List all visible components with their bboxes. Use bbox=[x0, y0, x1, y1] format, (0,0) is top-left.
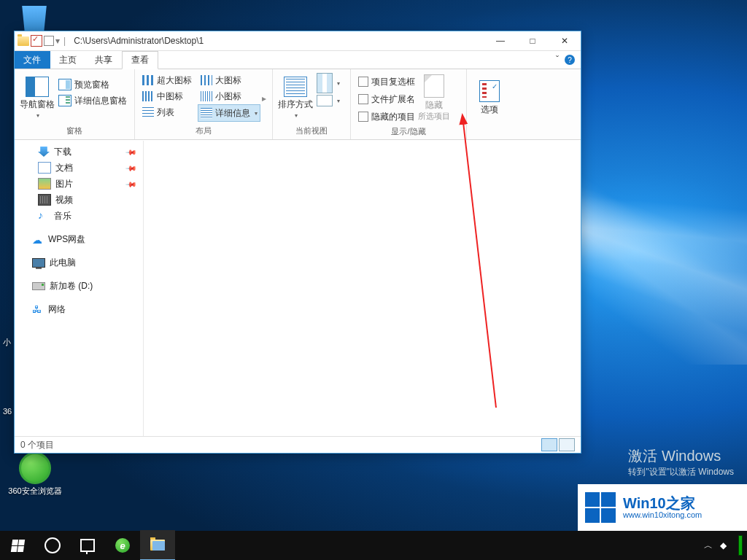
activation-title: 激活 Windows bbox=[628, 446, 734, 466]
details-pane-label: 详细信息窗格 bbox=[74, 95, 127, 107]
sidebar-item-documents[interactable]: 文档📌 bbox=[15, 160, 143, 176]
options-button[interactable]: 选项 bbox=[471, 72, 508, 123]
help-button[interactable]: ? bbox=[565, 55, 575, 65]
system-tray[interactable]: ︿ ◆ bbox=[704, 535, 747, 556]
checkbox-icon bbox=[358, 77, 368, 87]
activation-watermark: 激活 Windows 转到"设置"以激活 Windows bbox=[628, 446, 734, 478]
preview-pane-button[interactable]: 预览窗格 bbox=[55, 77, 130, 93]
tab-share[interactable]: 共享 bbox=[86, 51, 122, 69]
sidebar-item-videos[interactable]: 视频 bbox=[15, 192, 143, 208]
ribbon: 导航窗格 ▾ 预览窗格 详细信息窗格 窗格 超大图标 中图标 列表 bbox=[15, 69, 581, 140]
cortana-button[interactable] bbox=[35, 531, 70, 560]
music-icon: ♪ bbox=[38, 211, 50, 221]
add-columns-button[interactable]: ▾ bbox=[314, 75, 343, 91]
sidebar-item-label: 音乐 bbox=[54, 210, 71, 222]
item-checkboxes-toggle[interactable]: 项目复选框 bbox=[355, 74, 418, 90]
separator: | bbox=[63, 36, 66, 46]
network-icon: 🖧 bbox=[32, 304, 44, 314]
layout-m-label: 中图标 bbox=[157, 90, 183, 103]
status-view-details[interactable] bbox=[541, 438, 557, 451]
pin-icon: 📌 bbox=[125, 178, 137, 190]
hidden-items-toggle[interactable]: 隐藏的项目 bbox=[355, 109, 418, 125]
file-ext-label: 文件扩展名 bbox=[371, 93, 415, 106]
nav-pane-button[interactable]: 导航窗格 ▾ bbox=[19, 72, 55, 123]
sidebar-item-wps[interactable]: ☁WPS网盘 bbox=[15, 231, 143, 247]
address-path[interactable]: C:\Users\Administrator\Desktop\1 bbox=[74, 36, 204, 46]
sidebar-item-thispc[interactable]: 此电脑 bbox=[15, 254, 143, 271]
columns-icon bbox=[317, 73, 333, 93]
nav-pane-label: 导航窗格 bbox=[20, 98, 55, 111]
chevron-down-icon: ▾ bbox=[295, 112, 298, 119]
layout-more-button[interactable]: ▸ bbox=[260, 93, 268, 104]
folder-icon bbox=[150, 540, 165, 551]
cloud-icon: ☁ bbox=[32, 234, 44, 244]
tab-home[interactable]: 主页 bbox=[50, 51, 86, 69]
desktop-label-2: 36 bbox=[3, 407, 12, 416]
layout-l-button[interactable]: 大图标 bbox=[198, 72, 260, 88]
maximize-button[interactable]: □ bbox=[516, 31, 549, 50]
minimize-button[interactable]: — bbox=[484, 31, 516, 50]
sort-by-button[interactable]: 排序方式 ▾ bbox=[277, 72, 314, 123]
ribbon-collapse-button[interactable]: ˇ bbox=[556, 55, 559, 65]
ie-icon bbox=[115, 538, 130, 553]
details-icon bbox=[201, 108, 212, 118]
pictures-icon bbox=[38, 178, 51, 190]
sidebar-item-downloads[interactable]: 下载📌 bbox=[15, 144, 143, 160]
qat-newfolder-icon[interactable] bbox=[44, 36, 54, 46]
drive-icon bbox=[32, 282, 45, 290]
size-columns-button[interactable]: ▾ bbox=[314, 93, 343, 109]
battery-meter-icon bbox=[738, 535, 743, 556]
m-icons-icon bbox=[142, 91, 154, 101]
qat-dropdown-icon[interactable]: ▾ bbox=[55, 36, 60, 46]
desktop-label-1: 小 bbox=[3, 337, 11, 348]
layout-details-button[interactable]: 详细信息▾ bbox=[198, 104, 260, 122]
sidebar-item-label: 下载 bbox=[54, 146, 71, 158]
layout-m-button[interactable]: 中图标 bbox=[139, 88, 198, 104]
checkbox-icon bbox=[358, 94, 368, 104]
status-view-thumbs[interactable] bbox=[559, 438, 575, 451]
sidebar-item-label: 网络 bbox=[48, 303, 66, 316]
layout-det-label: 详细信息 bbox=[215, 107, 250, 120]
sidebar-item-network[interactable]: 🖧网络 bbox=[15, 301, 143, 317]
qat-properties-icon[interactable] bbox=[31, 35, 42, 47]
tab-file[interactable]: 文件 bbox=[15, 51, 50, 69]
status-bar: 0 个项目 bbox=[15, 436, 581, 453]
layout-xl-button[interactable]: 超大图标 bbox=[139, 72, 198, 88]
taskview-icon bbox=[80, 539, 95, 552]
taskbar-ie-button[interactable] bbox=[105, 531, 140, 560]
tray-overflow-button[interactable]: ︿ bbox=[704, 540, 713, 552]
desktop-icon-360browser[interactable]: 360安全浏览器 bbox=[6, 452, 64, 497]
close-button[interactable]: ✕ bbox=[549, 31, 581, 50]
nav-pane-icon bbox=[26, 77, 49, 97]
pin-icon: 📌 bbox=[125, 146, 137, 158]
start-button[interactable] bbox=[0, 531, 35, 560]
taskbar-explorer-button[interactable] bbox=[140, 530, 175, 560]
ribbon-tabs: 文件 主页 共享 查看 ˇ ? bbox=[15, 51, 581, 69]
hide-selected-button[interactable]: 隐藏 所选项目 bbox=[418, 72, 450, 123]
this-pc-icon bbox=[32, 258, 45, 268]
layout-list-button[interactable]: 列表 bbox=[139, 104, 198, 120]
desktop: 小 36 360安全浏览器 ▾ | C:\Users\Administrator… bbox=[0, 0, 747, 560]
group-caption-panes: 窗格 bbox=[19, 124, 130, 138]
sidebar-item-pictures[interactable]: 图片📌 bbox=[15, 176, 143, 192]
nav-sidebar[interactable]: 下载📌 文档📌 图片📌 视频 ♪音乐 ☁WPS网盘 此电脑 新加卷 (D:) 🖧… bbox=[15, 141, 144, 437]
taskview-button[interactable] bbox=[70, 531, 105, 560]
sidebar-item-label: WPS网盘 bbox=[48, 233, 85, 246]
sidebar-item-label: 视频 bbox=[55, 194, 73, 206]
tray-notifications-button[interactable]: ◆ bbox=[720, 540, 727, 551]
titlebar[interactable]: ▾ | C:\Users\Administrator\Desktop\1 — □… bbox=[15, 31, 581, 51]
options-icon bbox=[479, 80, 500, 102]
file-list-area[interactable] bbox=[144, 141, 581, 437]
checkbox-icon bbox=[358, 112, 368, 122]
sidebar-item-music[interactable]: ♪音乐 bbox=[15, 208, 143, 224]
fit-columns-icon bbox=[317, 95, 333, 106]
sidebar-item-label: 新加卷 (D:) bbox=[50, 280, 93, 292]
layout-s-button[interactable]: 小图标 bbox=[198, 88, 260, 104]
group-caption-currentview: 当前视图 bbox=[277, 124, 346, 138]
file-ext-toggle[interactable]: 文件扩展名 bbox=[355, 91, 418, 107]
details-pane-button[interactable]: 详细信息窗格 bbox=[55, 93, 130, 109]
sidebar-item-drive-d[interactable]: 新加卷 (D:) bbox=[15, 278, 143, 294]
hide-label: 隐藏 bbox=[425, 99, 443, 112]
chevron-down-icon: ▾ bbox=[36, 112, 39, 119]
tab-view[interactable]: 查看 bbox=[122, 51, 158, 69]
